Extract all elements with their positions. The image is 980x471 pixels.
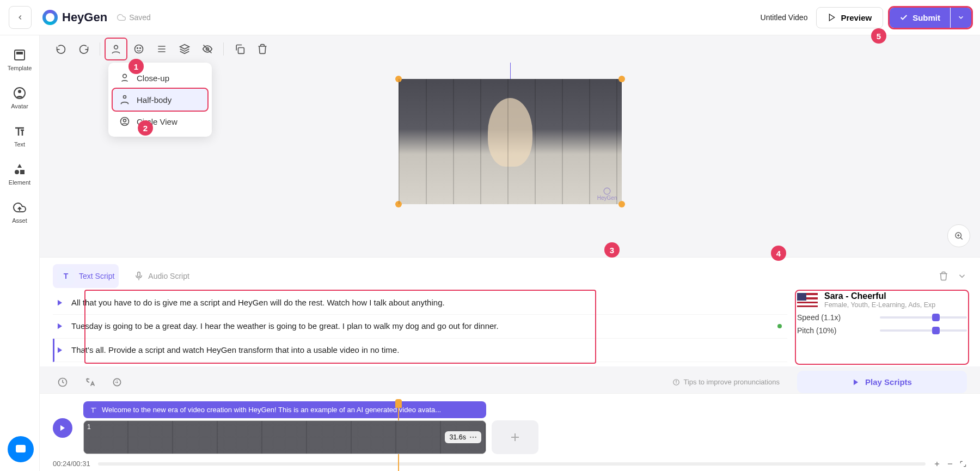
submit-dropdown-button[interactable] [951,8,971,28]
avatar-view-button[interactable] [106,39,126,59]
zoom-out-icon[interactable] [946,460,954,468]
chat-icon [14,443,27,456]
svg-point-17 [124,96,126,99]
canvas-zoom-button[interactable] [947,224,970,247]
translate-button[interactable] [80,372,100,392]
sparkle-icon [112,377,122,388]
nav-template-label: Template [8,65,32,71]
info-icon [672,378,680,386]
svg-point-8 [114,45,118,49]
undo-icon [56,44,66,54]
redo-button[interactable] [74,39,94,59]
voice-selector[interactable]: Sara - Cheerful Female, Youth, E-Learnin… [797,291,967,309]
chevron-down-icon [957,14,965,21]
callout-5: 5 [871,28,886,44]
ai-assist-button[interactable] [107,372,127,392]
play-scripts-button[interactable]: Play Scripts [797,371,967,393]
timeline-scrollbar[interactable] [98,462,926,466]
layers-button[interactable] [174,39,195,59]
align-icon [156,44,167,54]
resize-handle-tl[interactable] [395,76,402,82]
view-option-halfbody[interactable]: Half-body [113,89,207,111]
script-line-2[interactable]: Tuesday is going to be a great day. I he… [53,315,787,339]
timeline-play-button[interactable] [53,418,72,438]
copy-icon [234,44,245,54]
nav-text[interactable]: Text [13,125,26,148]
resize-handle-br[interactable] [618,201,625,207]
speed-slider[interactable] [880,316,967,319]
copy-button[interactable] [229,39,250,59]
fit-icon[interactable] [959,460,967,468]
resize-handle-tr[interactable] [618,76,625,82]
avatar-video-element[interactable]: HeyGen [399,79,622,204]
clip-duration: 31.6s [449,433,466,441]
svg-point-20 [604,188,610,194]
align-button[interactable] [151,39,172,59]
pitch-slider[interactable] [880,329,967,332]
script-line-3-text[interactable]: That's all. Provide a script and watch H… [71,344,399,357]
nav-avatar[interactable]: Avatar [11,87,28,109]
intercom-launcher[interactable] [8,436,34,462]
back-button[interactable] [9,6,32,29]
preview-label: Preview [841,13,872,22]
view-option-closeup[interactable]: Close-up [113,67,207,89]
layers-icon [179,44,190,54]
svg-point-16 [123,74,127,78]
svg-marker-0 [830,14,835,21]
face-button[interactable] [128,39,149,59]
svg-marker-5 [17,164,22,168]
play-line-icon[interactable] [56,346,64,354]
closeup-label: Close-up [137,74,169,83]
delete-script-icon[interactable] [939,271,948,281]
svg-point-19 [124,119,126,122]
nav-element[interactable]: Element [9,163,30,186]
caption-text: Welcome to the new era of video creation… [102,406,441,414]
submit-label: Submit [912,13,940,22]
svg-point-36 [470,437,471,438]
clip-duration-pill[interactable]: 31.6s [445,431,481,443]
play-line-icon[interactable] [56,299,64,307]
zoom-in-icon[interactable] [933,460,941,468]
project-name[interactable]: Untitled Video [761,13,808,22]
canvas-toolbar: Close-up Half-body Circle View [40,35,980,63]
tab-audio-script[interactable]: Audio Script [130,268,193,284]
pause-settings-button[interactable] [53,372,72,392]
clip-number: 1 [87,423,91,431]
halfbody-icon [119,94,130,105]
svg-rect-15 [238,48,244,54]
caption-track[interactable]: Welcome to the new era of video creation… [83,401,486,418]
element-icon [13,163,26,176]
visibility-button[interactable] [197,39,218,59]
resize-handle-bl[interactable] [395,201,402,207]
play-line-icon[interactable] [56,322,64,330]
undo-button[interactable] [51,39,71,59]
svg-point-33 [676,381,677,381]
template-icon [13,48,26,62]
submit-button[interactable]: Submit [890,8,950,28]
svg-marker-28 [58,347,62,353]
script-line-3[interactable]: That's all. Provide a script and watch H… [53,339,787,363]
callout-4: 4 [771,246,786,261]
add-scene-button[interactable] [492,420,538,454]
nav-template[interactable]: Template [8,48,32,71]
voice-description: Female, Youth, E-Learning, Ads, Exp [824,301,935,309]
delete-button[interactable] [252,39,273,59]
eye-off-icon [202,44,213,54]
collapse-script-icon[interactable] [957,271,967,281]
video-clip[interactable]: 1 31.6s [83,420,486,454]
audio-script-label: Audio Script [148,272,189,280]
preview-button[interactable]: Preview [816,7,883,28]
script-line-2-text[interactable]: Tuesday is going to be a great day. I he… [71,320,499,333]
script-line-1-text[interactable]: All that you have to do is give me a scr… [71,297,445,309]
view-option-circle[interactable]: Circle View [113,111,207,132]
script-line-1[interactable]: All that you have to do is give me a scr… [53,291,787,315]
cloud-icon [117,13,126,22]
svg-rect-25 [138,272,140,277]
nav-asset[interactable]: Asset [12,201,27,224]
nav-avatar-label: Avatar [11,103,28,109]
svg-point-6 [15,170,19,174]
more-icon[interactable] [469,436,477,438]
saved-label: Saved [129,13,151,22]
pronunciation-tips[interactable]: Tips to improve pronunciations [672,378,780,386]
tab-text-script[interactable]: T Text Script [53,264,119,288]
